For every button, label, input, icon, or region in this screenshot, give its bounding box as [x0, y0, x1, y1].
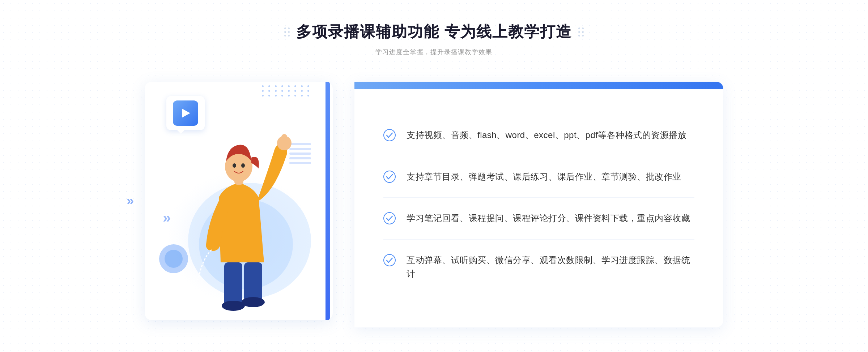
svg-rect-6 — [289, 153, 311, 155]
svg-point-14 — [242, 297, 265, 307]
svg-rect-7 — [289, 157, 311, 159]
svg-point-22 — [384, 171, 395, 183]
svg-rect-4 — [289, 143, 311, 145]
check-icon-3 — [383, 212, 396, 224]
svg-rect-16 — [281, 134, 287, 145]
svg-rect-5 — [289, 148, 311, 150]
page-wrapper: 多项录播课辅助功能 专为线上教学打造 学习进度全掌握，提升录播课教学效果 — [0, 0, 868, 352]
svg-rect-11 — [224, 262, 242, 306]
speech-bubble — [166, 96, 205, 130]
svg-point-10 — [165, 250, 183, 268]
illustration-panel: » — [145, 74, 354, 327]
page-subtitle: 学习进度全掌握，提升录播课教学效果 — [284, 48, 584, 56]
feature-item-2: 支持章节目录、弹题考试、课后练习、课后作业、章节测验、批改作业 — [383, 156, 694, 198]
svg-point-24 — [384, 254, 395, 266]
svg-rect-12 — [244, 262, 262, 302]
dot-grid-top — [262, 85, 311, 96]
svg-point-23 — [384, 213, 395, 224]
feature-text-1: 支持视频、音频、flash、word、excel、ppt、pdf等各种格式的资源… — [407, 128, 686, 142]
play-icon — [173, 100, 198, 126]
feature-text-3: 学习笔记回看、课程提问、课程评论打分、课件资料下载，重点内容收藏 — [407, 211, 690, 225]
check-icon-2 — [383, 171, 396, 183]
feature-item-3: 学习笔记回看、课程提问、课程评论打分、课件资料下载，重点内容收藏 — [383, 198, 694, 239]
svg-rect-8 — [289, 162, 311, 164]
header-section: 多项录播课辅助功能 专为线上教学打造 学习进度全掌握，提升录播课教学效果 — [284, 22, 584, 56]
svg-text:»: » — [163, 210, 171, 226]
svg-point-13 — [222, 301, 245, 311]
svg-point-19 — [233, 163, 236, 168]
feature-text-2: 支持章节目录、弹题考试、课后练习、课后作业、章节测验、批改作业 — [407, 170, 681, 184]
page-title: 多项录播课辅助功能 专为线上教学打造 — [296, 22, 572, 42]
check-icon-1 — [383, 129, 396, 141]
main-content: » — [145, 74, 723, 327]
panel-top-bar — [354, 82, 723, 89]
check-icon-4 — [383, 254, 396, 266]
svg-point-20 — [241, 163, 245, 168]
feature-item-1: 支持视频、音频、flash、word、excel、ppt、pdf等各种格式的资源… — [383, 115, 694, 156]
left-dots — [284, 27, 290, 37]
feature-text-4: 互动弹幕、试听购买、微信分享、观看次数限制、学习进度跟踪、数据统计 — [407, 253, 694, 281]
illustration-content: » — [145, 74, 333, 327]
features-list-panel: 支持视频、音频、flash、word、excel、ppt、pdf等各种格式的资源… — [354, 82, 723, 327]
right-dots — [578, 27, 584, 37]
svg-point-21 — [384, 129, 395, 141]
chevron-left-decoration: » — [127, 193, 134, 209]
title-row: 多项录播课辅助功能 专为线上教学打造 — [284, 22, 584, 42]
feature-item-4: 互动弹幕、试听购买、微信分享、观看次数限制、学习进度跟踪、数据统计 — [383, 240, 694, 295]
